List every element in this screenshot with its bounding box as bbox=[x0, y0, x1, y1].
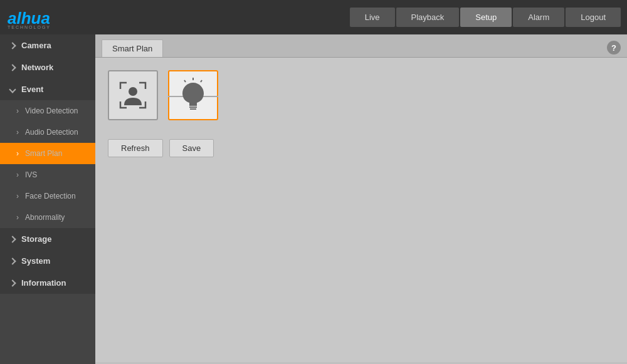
storage-arrow-icon bbox=[9, 236, 16, 242]
logo: alhua TECHNOLOGY bbox=[6, 6, 75, 29]
svg-line-8 bbox=[201, 80, 202, 82]
nav-alarm[interactable]: Alarm bbox=[513, 8, 564, 27]
sidebar-item-smart-plan[interactable]: › Smart Plan bbox=[0, 143, 95, 164]
layout: Camera Network Event › Video Detection ›… bbox=[0, 34, 627, 364]
sidebar-item-video-detection[interactable]: › Video Detection bbox=[0, 100, 95, 122]
face-detection-arrow: › bbox=[16, 192, 19, 200]
svg-line-7 bbox=[184, 80, 186, 82]
save-button[interactable]: Save bbox=[169, 139, 214, 157]
nav-playback[interactable]: Playback bbox=[396, 8, 460, 27]
logo-image: alhua TECHNOLOGY bbox=[6, 6, 75, 29]
network-arrow-icon bbox=[9, 64, 16, 71]
tab-header: Smart Plan ? bbox=[95, 34, 627, 58]
button-row: Refresh Save bbox=[108, 139, 614, 157]
main-content: Smart Plan ? bbox=[95, 34, 627, 364]
smart-plan-arrow: › bbox=[16, 149, 19, 158]
sidebar-item-audio-detection[interactable]: › Audio Detection bbox=[0, 122, 95, 143]
sidebar-item-ivs[interactable]: › IVS bbox=[0, 164, 95, 185]
sidebar-item-face-detection[interactable]: › Face Detection bbox=[0, 185, 95, 207]
svg-point-2 bbox=[129, 87, 137, 96]
content-body: Refresh Save bbox=[95, 58, 627, 362]
nav-live[interactable]: Live bbox=[350, 8, 395, 27]
sidebar-item-storage[interactable]: Storage bbox=[0, 228, 95, 250]
help-icon[interactable]: ? bbox=[607, 41, 621, 55]
sidebar-item-camera[interactable]: Camera bbox=[0, 34, 95, 56]
refresh-button[interactable]: Refresh bbox=[108, 139, 163, 157]
sidebar-item-abnormality[interactable]: › Abnormality bbox=[0, 207, 95, 228]
header: alhua TECHNOLOGY Live Playback Setup Ala… bbox=[0, 0, 627, 34]
camera-arrow-icon bbox=[9, 42, 16, 49]
plan-icon-light[interactable] bbox=[168, 70, 218, 120]
audio-detection-arrow: › bbox=[16, 128, 19, 137]
lightbulb-icon bbox=[168, 71, 218, 122]
sidebar-item-system[interactable]: System bbox=[0, 250, 95, 272]
nav-setup[interactable]: Setup bbox=[460, 8, 512, 27]
video-detection-arrow: › bbox=[16, 107, 19, 115]
sidebar-item-network[interactable]: Network bbox=[0, 56, 95, 78]
ivs-arrow: › bbox=[16, 170, 19, 179]
sidebar-item-information[interactable]: Information bbox=[0, 272, 95, 294]
tab-smart-plan[interactable]: Smart Plan bbox=[102, 39, 163, 57]
face-icon bbox=[118, 80, 148, 110]
svg-text:TECHNOLOGY: TECHNOLOGY bbox=[8, 25, 51, 29]
event-arrow-icon bbox=[9, 86, 16, 93]
information-arrow-icon bbox=[9, 279, 16, 286]
nav-tabs: Live Playback Setup Alarm Logout bbox=[350, 8, 621, 27]
sidebar: Camera Network Event › Video Detection ›… bbox=[0, 34, 95, 364]
system-arrow-icon bbox=[9, 257, 16, 264]
sidebar-item-event[interactable]: Event bbox=[0, 78, 95, 100]
plan-icons-container bbox=[108, 70, 614, 120]
abnormality-arrow: › bbox=[16, 213, 19, 222]
plan-icon-face[interactable] bbox=[108, 70, 158, 120]
nav-logout[interactable]: Logout bbox=[566, 8, 621, 27]
